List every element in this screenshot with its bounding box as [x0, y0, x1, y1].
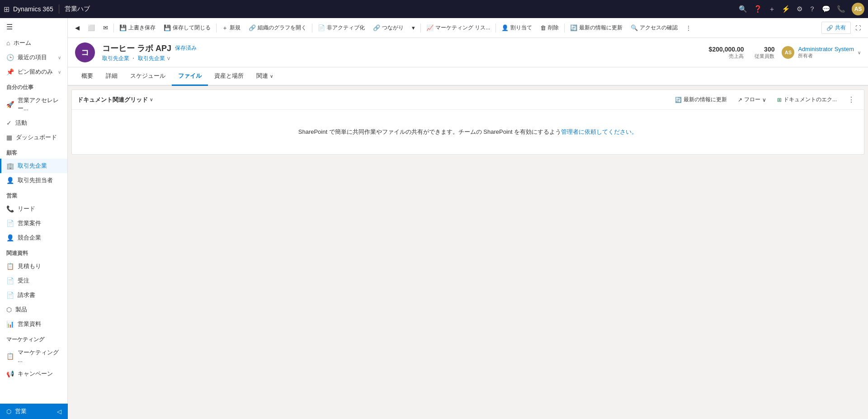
- overwrite-save-button[interactable]: 💾 上書き保存: [116, 22, 159, 33]
- accelerate-icon: 🚀: [6, 101, 14, 108]
- sidebar-item-leads[interactable]: 📞 リード: [0, 202, 67, 216]
- sidebar-item-campaigns[interactable]: 📢 キャンペーン: [0, 367, 67, 381]
- check-access-button[interactable]: 🔍 アクセスの確認: [627, 22, 681, 33]
- campaigns-icon: 📢: [6, 370, 14, 377]
- sidebar-item-pinned[interactable]: 📌 ピン留めのみ ∨: [0, 65, 67, 79]
- sidebar-item-label: 取引先担当者: [18, 176, 53, 184]
- tab-schedule[interactable]: スケジュール: [124, 67, 172, 86]
- record-owner: AS Administrator System 所有者 ∨: [782, 46, 861, 59]
- grid-icon[interactable]: ⊞: [4, 5, 9, 14]
- owner-chevron-icon[interactable]: ∨: [858, 50, 861, 55]
- sidebar-item-label: 最近の項目: [18, 53, 47, 61]
- admin-link[interactable]: 管理者に依頼してください。: [561, 128, 637, 135]
- record-header: コ コーヒー ラボ APJ 保存済み 取引先企業 ・ 取引先企業 ∨ $200,…: [68, 38, 868, 67]
- help-icon[interactable]: ❓: [754, 5, 762, 13]
- connect-button[interactable]: 🔗 つながり: [369, 22, 407, 33]
- marketing-section: マーケティング: [0, 331, 67, 345]
- sidebar-item-quotes[interactable]: 📋 見積もり: [0, 259, 67, 273]
- sidebar-item-dashboard[interactable]: ▦ ダッシュボード: [0, 130, 67, 145]
- invoices-icon: 📄: [6, 292, 14, 299]
- sidebar-footer[interactable]: ⬡ 営業 ◁: [0, 404, 68, 419]
- competitors-icon: 👤: [6, 234, 14, 241]
- assign-button[interactable]: 👤 割り当て: [498, 22, 536, 33]
- sidebar-item-label: 営業アクセレレー...: [18, 96, 61, 113]
- deactivate-button[interactable]: 📄 非アクティブ化: [314, 22, 368, 33]
- sidebar-item-competitors[interactable]: 👤 競合企業: [0, 231, 67, 245]
- tab-summary[interactable]: 概要: [75, 67, 99, 86]
- sidebar-item-label: ダッシュボード: [16, 133, 57, 141]
- tab-assets[interactable]: 資産と場所: [208, 67, 250, 86]
- connect-more-button[interactable]: ▾: [408, 23, 419, 33]
- toolbar-separator: [420, 24, 421, 33]
- refresh-icon: 🔄: [675, 97, 682, 103]
- refresh-icon: 🔄: [570, 24, 577, 31]
- breadcrumb-link[interactable]: 取引先企業: [102, 55, 129, 61]
- back-button[interactable]: ◀: [71, 23, 83, 33]
- doc-grid-label[interactable]: ドキュメント関連グリッド ∨: [77, 96, 153, 104]
- new-icon[interactable]: ＋: [769, 5, 775, 14]
- search-icon[interactable]: 🔍: [739, 5, 747, 13]
- pin-icon: 📌: [6, 68, 14, 75]
- deactivate-icon: 📄: [318, 24, 325, 31]
- chat-icon[interactable]: 💬: [822, 5, 830, 13]
- doc-more-button[interactable]: ⋮: [844, 94, 859, 106]
- refresh-button[interactable]: 🔄 最新の情報に更新: [566, 22, 626, 33]
- record-name: コーヒー ラボ APJ: [102, 43, 171, 54]
- hamburger-menu[interactable]: ☰: [0, 18, 67, 36]
- sidebar-item-saleslit[interactable]: 📊 営業資料: [0, 317, 67, 331]
- tab-files[interactable]: ファイル: [172, 67, 208, 86]
- footer-icon: ⬡: [6, 408, 11, 415]
- home-icon: ⌂: [6, 39, 10, 47]
- sidebar-item-accounts[interactable]: 🏢 取引先企業: [0, 159, 67, 173]
- expand-button[interactable]: ⛶: [852, 23, 864, 33]
- sidebar-item-marketinglist[interactable]: 📋 マーケティング ...: [0, 345, 67, 367]
- sidebar-item-accelerate[interactable]: 🚀 営業アクセレレー...: [0, 93, 67, 116]
- hub-name[interactable]: 営業ハブ: [65, 5, 90, 13]
- sidebar-item-opportunities[interactable]: 📄 営業案件: [0, 216, 67, 231]
- sidebar-item-label: リード: [18, 205, 35, 213]
- delete-button[interactable]: 🗑 削除: [537, 22, 562, 33]
- sidebar-item-products[interactable]: ⬡ 製品: [0, 302, 67, 317]
- sidebar-item-orders[interactable]: 📄 受注: [0, 273, 67, 288]
- more-button[interactable]: ⋮: [682, 23, 695, 33]
- owner-avatar: AS: [782, 46, 794, 59]
- marketing-risk-button[interactable]: 📈 マーケティング リス...: [423, 22, 494, 33]
- revenue-stat: $200,000.00 売上高: [709, 46, 744, 60]
- view-button[interactable]: ⬜: [84, 23, 99, 33]
- save-close-button[interactable]: 💾 保存して閉じる: [160, 22, 214, 33]
- owner-name[interactable]: Administrator System: [798, 46, 854, 52]
- settings-icon[interactable]: ⚙: [797, 5, 802, 13]
- sidebar-item-contacts[interactable]: 👤 取引先担当者: [0, 173, 67, 188]
- email-button[interactable]: ✉: [99, 23, 112, 33]
- user-avatar[interactable]: AS: [852, 3, 864, 15]
- sidebar-item-invoices[interactable]: 📄 請求書: [0, 288, 67, 302]
- sidebar-item-home[interactable]: ⌂ ホーム: [0, 36, 67, 50]
- org-chart-button[interactable]: 🔗 組織のグラフを開く: [245, 22, 310, 33]
- new-button[interactable]: ＋ 新規: [218, 22, 244, 34]
- email-icon: ✉: [103, 24, 108, 31]
- tab-related[interactable]: 関連 ∨: [250, 67, 279, 86]
- filter-icon[interactable]: ⚡: [782, 5, 790, 13]
- assign-icon: 👤: [501, 24, 509, 31]
- share-button[interactable]: 🔗 共有: [821, 22, 851, 34]
- question-icon[interactable]: ？: [809, 5, 816, 14]
- revenue-value: $200,000.00: [709, 46, 744, 53]
- sidebar-item-recent[interactable]: 🕒 最近の項目 ∨: [0, 50, 67, 65]
- breadcrumb-chevron[interactable]: ∨: [166, 55, 171, 61]
- back-icon: ◀: [75, 24, 80, 31]
- toolbar-separator: [312, 24, 312, 33]
- excel-button[interactable]: ⊞ ドキュメントのエク...: [774, 94, 840, 105]
- tab-details[interactable]: 詳細: [99, 67, 124, 86]
- phone-icon[interactable]: 📞: [837, 5, 845, 13]
- doc-refresh-button[interactable]: 🔄 最新の情報に更新: [671, 94, 731, 105]
- record-title-area: コーヒー ラボ APJ 保存済み 取引先企業 ・ 取引先企業 ∨: [102, 43, 702, 62]
- app-name[interactable]: Dynamics 365: [13, 5, 53, 13]
- flow-chevron-icon: ∨: [762, 97, 766, 103]
- sidebar-item-label: 受注: [18, 277, 29, 285]
- flow-button[interactable]: ↗ フロー ∨: [734, 94, 770, 105]
- view-icon: ⬜: [88, 24, 95, 31]
- check-access-icon: 🔍: [631, 24, 638, 31]
- sidebar-item-activity[interactable]: ✓ 活動: [0, 116, 67, 130]
- breadcrumb-link2[interactable]: 取引先企業: [138, 55, 165, 61]
- employees-stat: 300 従業員数: [755, 46, 774, 60]
